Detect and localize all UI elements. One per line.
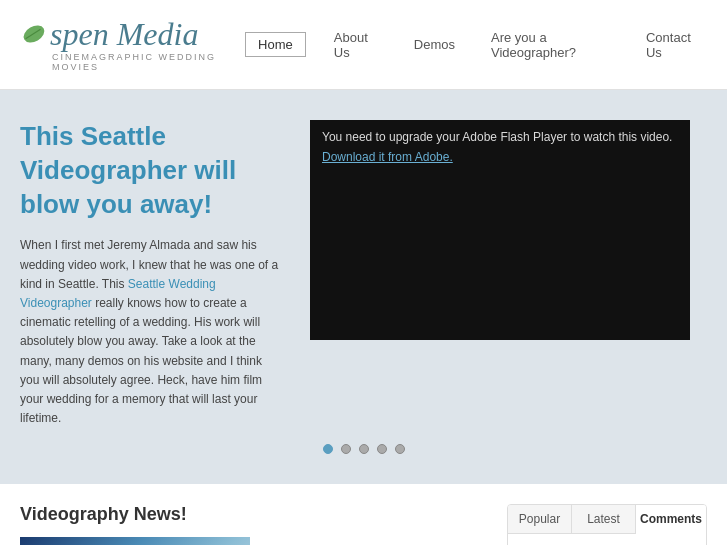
main-nav: Home About Us Demos Are you a Videograph… <box>245 26 707 64</box>
tab-comments[interactable]: Comments <box>636 505 706 534</box>
nav-demos[interactable]: Demos <box>406 33 463 56</box>
hero-inner: This Seattle Videographer will blow you … <box>20 120 707 428</box>
news-left: Videography News! <box>20 504 487 545</box>
hero-section: This Seattle Videographer will blow you … <box>0 90 727 484</box>
hero-title: This Seattle Videographer will blow you … <box>20 120 280 221</box>
logo: spen Media CINEMAGRAPHIC WEDDING MOVIES <box>20 18 245 72</box>
leaf-icon <box>20 20 48 48</box>
slider-dot-1[interactable] <box>323 444 333 454</box>
slider-dots <box>323 444 405 454</box>
video-upgrade-link[interactable]: Download it from Adobe. <box>322 150 678 164</box>
slider-dot-3[interactable] <box>359 444 369 454</box>
nav-contact[interactable]: Contact Us <box>638 26 707 64</box>
slider-dot-2[interactable] <box>341 444 351 454</box>
news-title: Videography News! <box>20 504 487 525</box>
news-section: Videography News! Popular Latest Comment… <box>0 484 727 545</box>
sidebar-content: Who we are March 22, 2011 <box>508 534 706 545</box>
sidebar: Popular Latest Comments Who we are March… <box>507 504 707 545</box>
slider-dot-5[interactable] <box>395 444 405 454</box>
news-image <box>20 537 250 545</box>
site-header: spen Media CINEMAGRAPHIC WEDDING MOVIES … <box>0 0 727 90</box>
nav-home[interactable]: Home <box>245 32 306 57</box>
video-player: You need to upgrade your Adobe Flash Pla… <box>310 120 690 340</box>
slider-dot-4[interactable] <box>377 444 387 454</box>
hero-body-text2: really knows how to create a cinematic r… <box>20 296 262 425</box>
sidebar-tabs: Popular Latest Comments <box>508 505 706 534</box>
hero-body: When I first met Jeremy Almada and saw h… <box>20 236 280 428</box>
tab-latest[interactable]: Latest <box>572 505 636 533</box>
nav-about[interactable]: About Us <box>326 26 386 64</box>
logo-text: spen Media <box>50 18 198 50</box>
hero-text: This Seattle Videographer will blow you … <box>20 120 280 428</box>
logo-tagline: CINEMAGRAPHIC WEDDING MOVIES <box>52 52 245 72</box>
news-image-overlay <box>20 537 250 545</box>
nav-videographer[interactable]: Are you a Videographer? <box>483 26 618 64</box>
tab-popular[interactable]: Popular <box>508 505 572 533</box>
video-upgrade-message: You need to upgrade your Adobe Flash Pla… <box>322 130 678 144</box>
